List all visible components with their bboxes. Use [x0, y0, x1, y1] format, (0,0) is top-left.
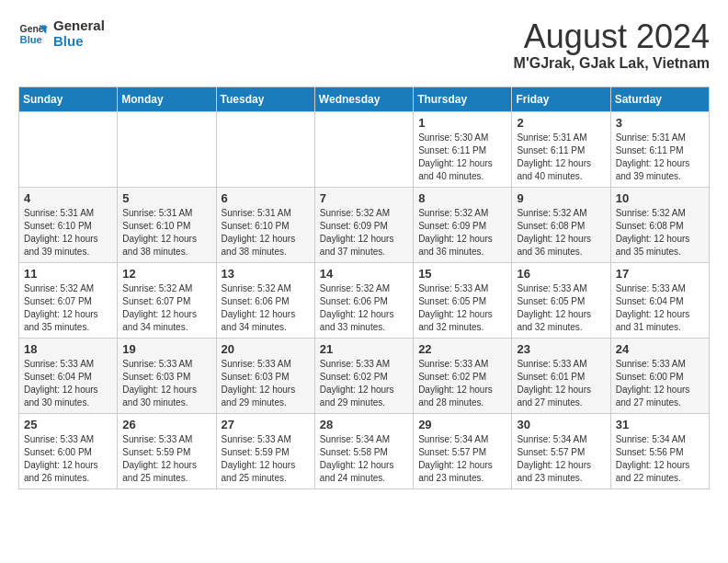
day-info: Sunrise: 5:33 AM Sunset: 6:04 PM Dayligh…: [24, 358, 112, 409]
calendar-cell: [19, 111, 118, 187]
calendar-week-row: 4Sunrise: 5:31 AM Sunset: 6:10 PM Daylig…: [19, 187, 710, 262]
calendar-cell: 27Sunrise: 5:33 AM Sunset: 5:59 PM Dayli…: [216, 413, 314, 488]
svg-text:Blue: Blue: [20, 33, 42, 44]
calendar-cell: [314, 111, 413, 187]
day-number: 17: [616, 267, 704, 281]
day-number: 29: [418, 418, 506, 431]
calendar-cell: 19Sunrise: 5:33 AM Sunset: 6:03 PM Dayli…: [118, 338, 216, 413]
calendar-cell: 9Sunrise: 5:32 AM Sunset: 6:08 PM Daylig…: [512, 187, 610, 262]
calendar-cell: 14Sunrise: 5:32 AM Sunset: 6:06 PM Dayli…: [314, 262, 413, 338]
calendar-cell: 13Sunrise: 5:32 AM Sunset: 6:06 PM Dayli…: [216, 262, 314, 338]
calendar-cell: 18Sunrise: 5:33 AM Sunset: 6:04 PM Dayli…: [19, 338, 118, 413]
day-number: 18: [24, 342, 112, 356]
day-info: Sunrise: 5:33 AM Sunset: 5:59 PM Dayligh…: [222, 433, 310, 485]
weekday-header-row: SundayMondayTuesdayWednesdayThursdayFrid…: [19, 86, 710, 111]
day-number: 19: [122, 342, 210, 356]
day-info: Sunrise: 5:31 AM Sunset: 6:10 PM Dayligh…: [222, 207, 310, 259]
calendar-cell: 11Sunrise: 5:32 AM Sunset: 6:07 PM Dayli…: [19, 262, 118, 338]
day-number: 6: [222, 191, 310, 205]
day-info: Sunrise: 5:33 AM Sunset: 6:00 PM Dayligh…: [24, 433, 112, 485]
calendar-cell: 24Sunrise: 5:33 AM Sunset: 6:00 PM Dayli…: [610, 338, 709, 413]
day-number: 1: [418, 116, 506, 130]
day-info: Sunrise: 5:32 AM Sunset: 6:09 PM Dayligh…: [320, 207, 408, 259]
day-number: 28: [320, 418, 408, 431]
day-info: Sunrise: 5:33 AM Sunset: 6:05 PM Dayligh…: [418, 282, 506, 334]
calendar-cell: [118, 111, 216, 187]
day-number: 16: [517, 267, 605, 281]
day-number: 11: [24, 267, 112, 281]
day-number: 22: [418, 342, 506, 356]
day-info: Sunrise: 5:32 AM Sunset: 6:06 PM Dayligh…: [222, 282, 310, 334]
day-info: Sunrise: 5:32 AM Sunset: 6:08 PM Dayligh…: [616, 207, 704, 259]
day-info: Sunrise: 5:32 AM Sunset: 6:09 PM Dayligh…: [418, 207, 506, 259]
day-number: 30: [517, 418, 605, 431]
day-number: 25: [24, 418, 112, 431]
calendar-cell: 15Sunrise: 5:33 AM Sunset: 6:05 PM Dayli…: [414, 262, 512, 338]
calendar-cell: 26Sunrise: 5:33 AM Sunset: 5:59 PM Dayli…: [118, 413, 216, 488]
weekday-header: Saturday: [610, 86, 709, 111]
calendar-cell: 8Sunrise: 5:32 AM Sunset: 6:09 PM Daylig…: [414, 187, 512, 262]
calendar-cell: 28Sunrise: 5:34 AM Sunset: 5:58 PM Dayli…: [314, 413, 413, 488]
day-number: 13: [222, 267, 310, 281]
day-number: 15: [418, 267, 506, 281]
calendar-cell: [216, 111, 314, 187]
day-number: 9: [517, 191, 605, 205]
weekday-header: Thursday: [414, 86, 512, 111]
day-info: Sunrise: 5:33 AM Sunset: 6:02 PM Dayligh…: [418, 358, 506, 409]
day-info: Sunrise: 5:32 AM Sunset: 6:07 PM Dayligh…: [122, 282, 210, 334]
calendar-week-row: 1Sunrise: 5:30 AM Sunset: 6:11 PM Daylig…: [19, 111, 710, 187]
day-number: 31: [616, 418, 704, 431]
day-info: Sunrise: 5:31 AM Sunset: 6:10 PM Dayligh…: [24, 207, 112, 259]
weekday-header: Wednesday: [314, 86, 413, 111]
day-info: Sunrise: 5:32 AM Sunset: 6:08 PM Dayligh…: [517, 207, 605, 259]
day-info: Sunrise: 5:33 AM Sunset: 6:03 PM Dayligh…: [122, 358, 210, 409]
calendar-cell: 6Sunrise: 5:31 AM Sunset: 6:10 PM Daylig…: [216, 187, 314, 262]
calendar-cell: 3Sunrise: 5:31 AM Sunset: 6:11 PM Daylig…: [610, 111, 709, 187]
calendar-cell: 30Sunrise: 5:34 AM Sunset: 5:57 PM Dayli…: [512, 413, 610, 488]
logo-text: General: [53, 18, 105, 34]
day-info: Sunrise: 5:32 AM Sunset: 6:06 PM Dayligh…: [320, 282, 408, 334]
weekday-header: Monday: [118, 86, 216, 111]
calendar-cell: 1Sunrise: 5:30 AM Sunset: 6:11 PM Daylig…: [414, 111, 512, 187]
calendar-week-row: 11Sunrise: 5:32 AM Sunset: 6:07 PM Dayli…: [19, 262, 710, 338]
calendar-cell: 22Sunrise: 5:33 AM Sunset: 6:02 PM Dayli…: [414, 338, 512, 413]
calendar-cell: 20Sunrise: 5:33 AM Sunset: 6:03 PM Dayli…: [216, 338, 314, 413]
weekday-header: Friday: [512, 86, 610, 111]
day-number: 10: [616, 191, 704, 205]
calendar-cell: 25Sunrise: 5:33 AM Sunset: 6:00 PM Dayli…: [19, 413, 118, 488]
calendar-cell: 31Sunrise: 5:34 AM Sunset: 5:56 PM Dayli…: [610, 413, 709, 488]
calendar-subtitle: M'GJrak, GJak Lak, Vietnam: [514, 55, 710, 72]
calendar-cell: 21Sunrise: 5:33 AM Sunset: 6:02 PM Dayli…: [314, 338, 413, 413]
day-info: Sunrise: 5:33 AM Sunset: 6:02 PM Dayligh…: [320, 358, 408, 409]
calendar-cell: 23Sunrise: 5:33 AM Sunset: 6:01 PM Dayli…: [512, 338, 610, 413]
weekday-header: Tuesday: [216, 86, 314, 111]
day-number: 8: [418, 191, 506, 205]
day-info: Sunrise: 5:33 AM Sunset: 5:59 PM Dayligh…: [122, 433, 210, 485]
day-info: Sunrise: 5:31 AM Sunset: 6:11 PM Dayligh…: [517, 132, 605, 183]
day-number: 3: [616, 116, 704, 130]
day-number: 14: [320, 267, 408, 281]
day-info: Sunrise: 5:33 AM Sunset: 6:03 PM Dayligh…: [222, 358, 310, 409]
day-info: Sunrise: 5:33 AM Sunset: 6:01 PM Dayligh…: [517, 358, 605, 409]
day-info: Sunrise: 5:31 AM Sunset: 6:11 PM Dayligh…: [616, 132, 704, 183]
title-block: August 2024 M'GJrak, GJak Lak, Vietnam: [514, 18, 710, 72]
calendar-cell: 17Sunrise: 5:33 AM Sunset: 6:04 PM Dayli…: [610, 262, 709, 338]
day-info: Sunrise: 5:33 AM Sunset: 6:00 PM Dayligh…: [616, 358, 704, 409]
logo-blue-text: Blue: [53, 34, 105, 50]
day-number: 7: [320, 191, 408, 205]
day-number: 2: [517, 116, 605, 130]
logo: General Blue General Blue: [18, 18, 105, 49]
day-info: Sunrise: 5:34 AM Sunset: 5:57 PM Dayligh…: [517, 433, 605, 485]
calendar-cell: 5Sunrise: 5:31 AM Sunset: 6:10 PM Daylig…: [118, 187, 216, 262]
calendar-cell: 12Sunrise: 5:32 AM Sunset: 6:07 PM Dayli…: [118, 262, 216, 338]
day-info: Sunrise: 5:31 AM Sunset: 6:10 PM Dayligh…: [122, 207, 210, 259]
calendar-week-row: 18Sunrise: 5:33 AM Sunset: 6:04 PM Dayli…: [19, 338, 710, 413]
day-number: 20: [222, 342, 310, 356]
calendar-cell: 2Sunrise: 5:31 AM Sunset: 6:11 PM Daylig…: [512, 111, 610, 187]
day-number: 5: [122, 191, 210, 205]
day-info: Sunrise: 5:34 AM Sunset: 5:58 PM Dayligh…: [320, 433, 408, 485]
calendar-table: SundayMondayTuesdayWednesdayThursdayFrid…: [18, 86, 710, 489]
calendar-title: August 2024: [514, 18, 710, 55]
day-number: 21: [320, 342, 408, 356]
day-info: Sunrise: 5:34 AM Sunset: 5:57 PM Dayligh…: [418, 433, 506, 485]
